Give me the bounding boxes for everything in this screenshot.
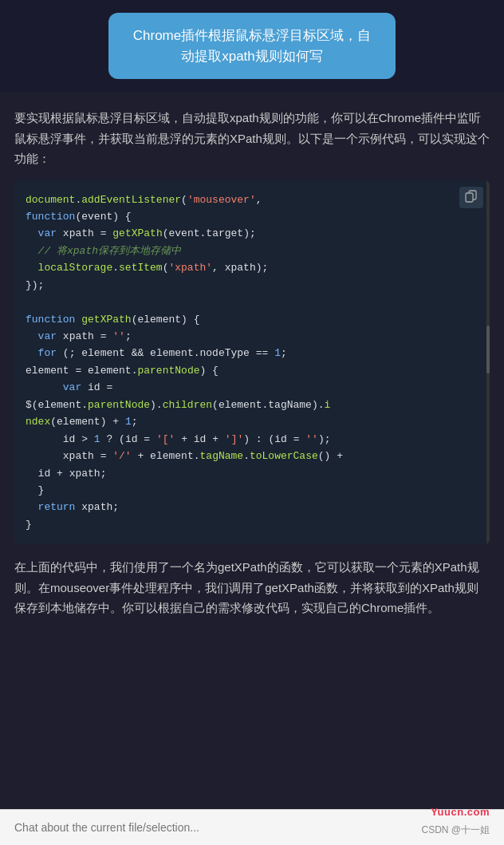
intro-text: 要实现根据鼠标悬浮目标区域，自动提取xpath规则的功能，你可以在Chrome插… <box>14 108 490 169</box>
header-bubble-text: Chrome插件根据鼠标悬浮目标区域，自动提取xpath规则如何写 <box>133 28 371 64</box>
watermark-text: Yuucn.com <box>431 806 490 818</box>
svg-rect-1 <box>466 193 473 202</box>
code-block-wrapper: document.addEventListener('mouseover', f… <box>14 180 490 545</box>
header-bubble: Chrome插件根据鼠标悬浮目标区域，自动提取xpath规则如何写 <box>108 13 396 79</box>
main-content: 要实现根据鼠标悬浮目标区域，自动提取xpath规则的功能，你可以在Chrome插… <box>0 92 504 809</box>
csdn-credit-text: CSDN @十一姐 <box>421 823 490 837</box>
chat-bar: Yuucn.com CSDN @十一姐 <box>0 809 504 845</box>
code-content: document.addEventListener('mouseover', f… <box>14 180 490 545</box>
chat-input[interactable] <box>14 821 490 834</box>
scrollbar-thumb[interactable] <box>486 326 490 373</box>
copy-code-button[interactable] <box>459 187 483 208</box>
post-description-text: 在上面的代码中，我们使用了一个名为getXPath的函数，它可以获取一个元素的X… <box>14 557 490 618</box>
scrollbar[interactable] <box>486 180 490 545</box>
